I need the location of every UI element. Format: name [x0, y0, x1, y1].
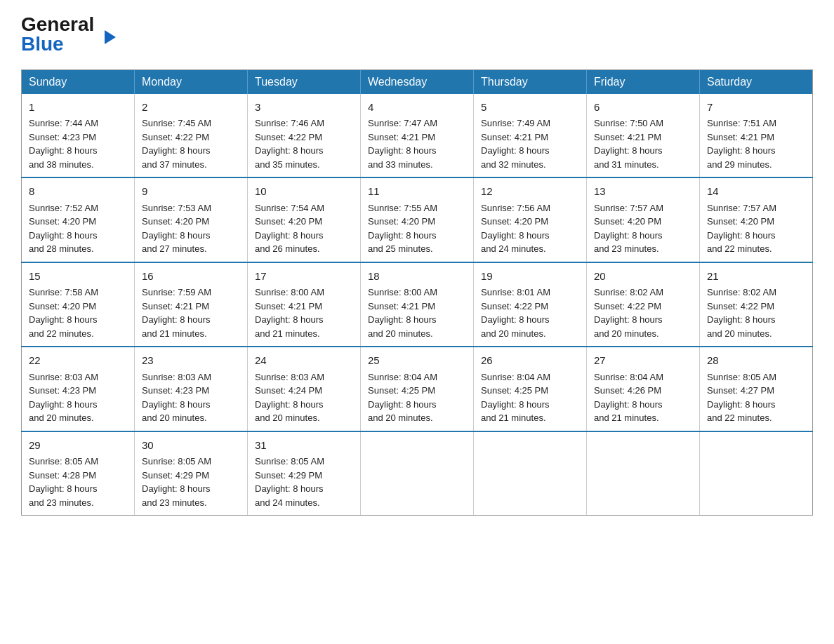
- day-info: Sunrise: 8:05 AM Sunset: 4:27 PM Dayligh…: [707, 370, 805, 425]
- day-number: 26: [481, 353, 579, 369]
- calendar-day-cell: 2 Sunrise: 7:45 AM Sunset: 4:22 PM Dayli…: [135, 94, 248, 178]
- calendar-day-cell: 21 Sunrise: 8:02 AM Sunset: 4:22 PM Dayl…: [700, 262, 813, 347]
- calendar-day-cell: 5 Sunrise: 7:49 AM Sunset: 4:21 PM Dayli…: [474, 94, 587, 178]
- day-number: 31: [255, 438, 353, 454]
- day-number: 28: [707, 353, 805, 369]
- calendar-day-cell: 14 Sunrise: 7:57 AM Sunset: 4:20 PM Dayl…: [700, 177, 813, 262]
- calendar-day-cell: 27 Sunrise: 8:04 AM Sunset: 4:26 PM Dayl…: [587, 347, 700, 431]
- calendar-day-cell: 12 Sunrise: 7:56 AM Sunset: 4:20 PM Dayl…: [474, 177, 587, 262]
- day-info: Sunrise: 7:44 AM Sunset: 4:23 PM Dayligh…: [29, 116, 127, 171]
- day-number: 29: [29, 438, 127, 454]
- day-number: 1: [29, 100, 127, 116]
- calendar-day-cell: 26 Sunrise: 8:04 AM Sunset: 4:25 PM Dayl…: [474, 347, 587, 431]
- day-info: Sunrise: 7:57 AM Sunset: 4:20 PM Dayligh…: [594, 201, 692, 256]
- day-number: 21: [707, 269, 805, 285]
- day-number: 24: [255, 353, 353, 369]
- day-number: 23: [142, 353, 240, 369]
- day-info: Sunrise: 7:45 AM Sunset: 4:22 PM Dayligh…: [142, 116, 240, 171]
- logo: General Blue: [21, 14, 103, 55]
- day-number: 9: [142, 184, 240, 200]
- day-info: Sunrise: 8:01 AM Sunset: 4:22 PM Dayligh…: [481, 286, 579, 340]
- svg-marker-0: [105, 30, 116, 44]
- calendar-empty-cell: [587, 431, 700, 516]
- day-number: 12: [481, 184, 579, 200]
- day-number: 20: [594, 269, 692, 285]
- day-info: Sunrise: 8:03 AM Sunset: 4:24 PM Dayligh…: [255, 370, 353, 425]
- calendar-day-cell: 23 Sunrise: 8:03 AM Sunset: 4:23 PM Dayl…: [135, 347, 248, 431]
- day-number: 16: [142, 269, 240, 285]
- weekday-header-sunday: Sunday: [22, 69, 135, 94]
- day-info: Sunrise: 8:02 AM Sunset: 4:22 PM Dayligh…: [707, 286, 805, 340]
- calendar-day-cell: 15 Sunrise: 7:58 AM Sunset: 4:20 PM Dayl…: [22, 262, 135, 347]
- day-info: Sunrise: 7:49 AM Sunset: 4:21 PM Dayligh…: [481, 116, 579, 171]
- day-number: 25: [368, 353, 466, 369]
- day-info: Sunrise: 7:54 AM Sunset: 4:20 PM Dayligh…: [255, 201, 353, 256]
- calendar-day-cell: 10 Sunrise: 7:54 AM Sunset: 4:20 PM Dayl…: [248, 177, 361, 262]
- day-info: Sunrise: 7:50 AM Sunset: 4:21 PM Dayligh…: [594, 116, 692, 171]
- day-info: Sunrise: 7:53 AM Sunset: 4:20 PM Dayligh…: [142, 201, 240, 256]
- calendar-week-row: 1 Sunrise: 7:44 AM Sunset: 4:23 PM Dayli…: [22, 94, 813, 178]
- page-header: General Blue: [21, 14, 813, 55]
- calendar-table: SundayMondayTuesdayWednesdayThursdayFrid…: [21, 69, 813, 516]
- day-number: 7: [707, 100, 805, 116]
- calendar-week-row: 22 Sunrise: 8:03 AM Sunset: 4:23 PM Dayl…: [22, 347, 813, 431]
- weekday-header-wednesday: Wednesday: [361, 69, 474, 94]
- calendar-week-row: 8 Sunrise: 7:52 AM Sunset: 4:20 PM Dayli…: [22, 177, 813, 262]
- day-info: Sunrise: 7:58 AM Sunset: 4:20 PM Dayligh…: [29, 286, 127, 340]
- day-info: Sunrise: 7:46 AM Sunset: 4:22 PM Dayligh…: [255, 116, 353, 171]
- calendar-day-cell: 4 Sunrise: 7:47 AM Sunset: 4:21 PM Dayli…: [361, 94, 474, 178]
- day-info: Sunrise: 7:56 AM Sunset: 4:20 PM Dayligh…: [481, 201, 579, 256]
- calendar-day-cell: 31 Sunrise: 8:05 AM Sunset: 4:29 PM Dayl…: [248, 431, 361, 516]
- day-info: Sunrise: 8:00 AM Sunset: 4:21 PM Dayligh…: [255, 286, 353, 340]
- calendar-day-cell: 18 Sunrise: 8:00 AM Sunset: 4:21 PM Dayl…: [361, 262, 474, 347]
- day-info: Sunrise: 8:00 AM Sunset: 4:21 PM Dayligh…: [368, 286, 466, 340]
- calendar-day-cell: 17 Sunrise: 8:00 AM Sunset: 4:21 PM Dayl…: [248, 262, 361, 347]
- day-number: 19: [481, 269, 579, 285]
- day-number: 5: [481, 100, 579, 116]
- day-info: Sunrise: 8:05 AM Sunset: 4:29 PM Dayligh…: [255, 455, 353, 509]
- day-info: Sunrise: 8:03 AM Sunset: 4:23 PM Dayligh…: [142, 370, 240, 425]
- day-number: 8: [29, 184, 127, 200]
- calendar-day-cell: 1 Sunrise: 7:44 AM Sunset: 4:23 PM Dayli…: [22, 94, 135, 178]
- day-number: 4: [368, 100, 466, 116]
- calendar-day-cell: 20 Sunrise: 8:02 AM Sunset: 4:22 PM Dayl…: [587, 262, 700, 347]
- day-info: Sunrise: 8:05 AM Sunset: 4:29 PM Dayligh…: [142, 455, 240, 509]
- day-info: Sunrise: 7:59 AM Sunset: 4:21 PM Dayligh…: [142, 286, 240, 340]
- day-number: 11: [368, 184, 466, 200]
- calendar-day-cell: 19 Sunrise: 8:01 AM Sunset: 4:22 PM Dayl…: [474, 262, 587, 347]
- day-number: 30: [142, 438, 240, 454]
- weekday-header-friday: Friday: [587, 69, 700, 94]
- day-info: Sunrise: 7:52 AM Sunset: 4:20 PM Dayligh…: [29, 201, 127, 256]
- calendar-day-cell: 25 Sunrise: 8:04 AM Sunset: 4:25 PM Dayl…: [361, 347, 474, 431]
- day-number: 13: [594, 184, 692, 200]
- day-info: Sunrise: 8:02 AM Sunset: 4:22 PM Dayligh…: [594, 286, 692, 340]
- day-info: Sunrise: 8:04 AM Sunset: 4:25 PM Dayligh…: [481, 370, 579, 425]
- calendar-day-cell: 6 Sunrise: 7:50 AM Sunset: 4:21 PM Dayli…: [587, 94, 700, 178]
- calendar-day-cell: 28 Sunrise: 8:05 AM Sunset: 4:27 PM Dayl…: [700, 347, 813, 431]
- weekday-header-monday: Monday: [135, 69, 248, 94]
- calendar-empty-cell: [700, 431, 813, 516]
- day-info: Sunrise: 7:57 AM Sunset: 4:20 PM Dayligh…: [707, 201, 805, 256]
- calendar-day-cell: 24 Sunrise: 8:03 AM Sunset: 4:24 PM Dayl…: [248, 347, 361, 431]
- weekday-header-thursday: Thursday: [474, 69, 587, 94]
- calendar-empty-cell: [474, 431, 587, 516]
- day-number: 18: [368, 269, 466, 285]
- day-info: Sunrise: 7:51 AM Sunset: 4:21 PM Dayligh…: [707, 116, 805, 171]
- day-number: 14: [707, 184, 805, 200]
- calendar-day-cell: 9 Sunrise: 7:53 AM Sunset: 4:20 PM Dayli…: [135, 177, 248, 262]
- calendar-day-cell: 13 Sunrise: 7:57 AM Sunset: 4:20 PM Dayl…: [587, 177, 700, 262]
- day-number: 15: [29, 269, 127, 285]
- calendar-day-cell: 30 Sunrise: 8:05 AM Sunset: 4:29 PM Dayl…: [135, 431, 248, 516]
- day-info: Sunrise: 8:04 AM Sunset: 4:25 PM Dayligh…: [368, 370, 466, 425]
- day-number: 2: [142, 100, 240, 116]
- day-number: 10: [255, 184, 353, 200]
- day-number: 6: [594, 100, 692, 116]
- calendar-day-cell: 11 Sunrise: 7:55 AM Sunset: 4:20 PM Dayl…: [361, 177, 474, 262]
- calendar-week-row: 29 Sunrise: 8:05 AM Sunset: 4:28 PM Dayl…: [22, 431, 813, 516]
- calendar-empty-cell: [361, 431, 474, 516]
- day-info: Sunrise: 8:04 AM Sunset: 4:26 PM Dayligh…: [594, 370, 692, 425]
- day-info: Sunrise: 7:47 AM Sunset: 4:21 PM Dayligh…: [368, 116, 466, 171]
- calendar-day-cell: 22 Sunrise: 8:03 AM Sunset: 4:23 PM Dayl…: [22, 347, 135, 431]
- calendar-day-cell: 8 Sunrise: 7:52 AM Sunset: 4:20 PM Dayli…: [22, 177, 135, 262]
- logo-blue-text: Blue: [21, 33, 64, 55]
